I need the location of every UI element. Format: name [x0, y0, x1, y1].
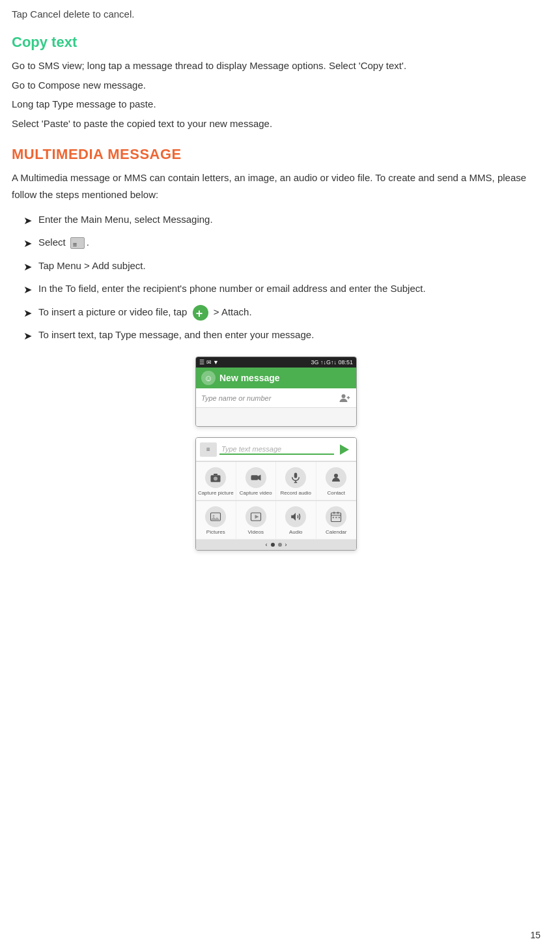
right-chevron: ›: [285, 541, 287, 548]
copy-step-4: Select 'Paste' to paste the copied text …: [12, 115, 540, 132]
notification-icons: ☰ ✉ ▼: [199, 359, 219, 366]
camera-icon: [205, 467, 226, 488]
mms-bullet-list: ➤ Enter the Main Menu, select Messaging.…: [12, 212, 540, 345]
svg-point-13: [213, 515, 215, 517]
bullet-arrow-6: ➤: [23, 328, 32, 345]
multimedia-heading: MULTIMEDIA MESSAGE: [12, 146, 540, 163]
mms-bullet-4: ➤ In the To field, enter the recipient's…: [23, 281, 540, 298]
record-audio-label: Record audio: [280, 490, 311, 496]
mms-bullet-6: ➤ To insert text, tap Type message, and …: [23, 327, 540, 345]
copy-step-2: Go to Compose new message.: [12, 77, 540, 94]
mms-bullet-5: ➤ To insert a picture or video file, tap…: [23, 304, 540, 322]
smiley-avatar: ☺: [201, 371, 216, 385]
attachment-grid-row1: Capture picture Capture video: [196, 461, 356, 500]
attach-capture-picture[interactable]: Capture picture: [196, 462, 236, 500]
video-camera-icon: [245, 467, 266, 488]
capture-video-label: Capture video: [240, 490, 272, 496]
mms-bullet-2: ➤ Select .: [23, 235, 540, 252]
compose-area: ≡ Type text message: [196, 438, 356, 550]
compose-menu-symbol: ≡: [206, 446, 210, 453]
bullet-arrow-4: ➤: [23, 281, 32, 298]
copy-step-3: Long tap Type message to paste.: [12, 96, 540, 113]
audio-label: Audio: [289, 529, 302, 535]
time-display: 08:51: [338, 359, 353, 366]
new-message-header: ☺ New message: [196, 368, 356, 388]
phone-screen-2: ≡ Type text message: [195, 437, 357, 551]
contact-icon: [326, 467, 346, 488]
page-number: 15: [530, 930, 540, 940]
attach-icon-inline: [193, 305, 208, 321]
left-chevron: ‹: [266, 541, 268, 548]
svg-marker-7: [258, 475, 261, 481]
to-field-placeholder: Type name or number: [201, 394, 338, 402]
attach-capture-video[interactable]: Capture video: [236, 462, 277, 500]
dot-1: [271, 543, 275, 547]
attach-pictures[interactable]: Pictures: [196, 501, 236, 540]
type-message-placeholder: Type text message: [221, 445, 281, 453]
attach-audio[interactable]: Audio: [276, 501, 316, 540]
videos-icon: [245, 506, 266, 527]
contact-label: Contact: [327, 490, 345, 496]
message-area-empty: [196, 408, 356, 426]
calendar-icon: [326, 506, 346, 527]
svg-point-11: [334, 474, 338, 478]
mms-bullet-1: ➤ Enter the Main Menu, select Messaging.: [23, 212, 540, 229]
bullet-arrow-1: ➤: [23, 212, 32, 229]
to-field[interactable]: Type name or number: [196, 388, 356, 408]
videos-label: Videos: [248, 529, 264, 535]
svg-rect-21: [336, 517, 337, 518]
svg-point-4: [214, 477, 217, 481]
svg-rect-5: [214, 474, 217, 475]
intro-text: Tap Cancel delete to cancel.: [12, 7, 540, 22]
capture-picture-label: Capture picture: [198, 490, 234, 496]
network-info: 3G ↑↓G↑↓: [311, 359, 338, 366]
copy-text-heading: Copy text: [12, 34, 540, 51]
type-message-row: ≡ Type text message: [196, 438, 356, 461]
phone-screen-1: ☰ ✉ ▼ 3G ↑↓G↑↓ 08:51 ☺ New message Type …: [195, 356, 357, 427]
svg-point-0: [342, 394, 346, 398]
add-contact-icon[interactable]: [338, 392, 351, 404]
bullet-arrow-2: ➤: [23, 235, 32, 252]
send-arrow-icon: [340, 444, 349, 455]
send-button[interactable]: [337, 442, 352, 457]
svg-rect-6: [251, 476, 258, 481]
copy-step-1: Go to SMS view; long tap a message threa…: [12, 57, 540, 74]
calendar-label: Calendar: [326, 529, 346, 535]
attachment-grid-row2: Pictures Videos: [196, 500, 356, 540]
screenshots-container: ☰ ✉ ▼ 3G ↑↓G↑↓ 08:51 ☺ New message Type …: [12, 356, 540, 551]
bullet-arrow-5: ➤: [23, 305, 32, 322]
microphone-icon: [285, 467, 306, 488]
network-time: 3G ↑↓G↑↓ 08:51: [311, 359, 353, 366]
status-icons: ☰ ✉ ▼: [199, 359, 219, 366]
type-message-field[interactable]: Type text message: [219, 444, 334, 455]
dots-navigation: ‹ ›: [196, 540, 356, 550]
attach-contact[interactable]: Contact: [316, 462, 357, 500]
status-bar-1: ☰ ✉ ▼ 3G ↑↓G↑↓ 08:51: [196, 357, 356, 368]
dot-2: [278, 543, 282, 547]
attach-videos[interactable]: Videos: [236, 501, 277, 540]
attach-calendar[interactable]: Calendar: [316, 501, 357, 540]
compose-menu-icon[interactable]: ≡: [200, 442, 217, 457]
svg-rect-8: [294, 473, 298, 478]
compose-icon-inline: [70, 237, 85, 249]
svg-rect-20: [333, 517, 334, 518]
pictures-icon: [205, 506, 226, 527]
mms-bullet-3: ➤ Tap Menu > Add subject.: [23, 258, 540, 276]
audio-icon: [285, 506, 306, 527]
mms-description: A Multimedia message or MMS can contain …: [12, 169, 540, 203]
bullet-arrow-3: ➤: [23, 259, 32, 276]
svg-rect-22: [339, 517, 340, 518]
new-message-title: New message: [219, 373, 351, 383]
pictures-label: Pictures: [206, 529, 225, 535]
attach-record-audio[interactable]: Record audio: [276, 462, 316, 500]
